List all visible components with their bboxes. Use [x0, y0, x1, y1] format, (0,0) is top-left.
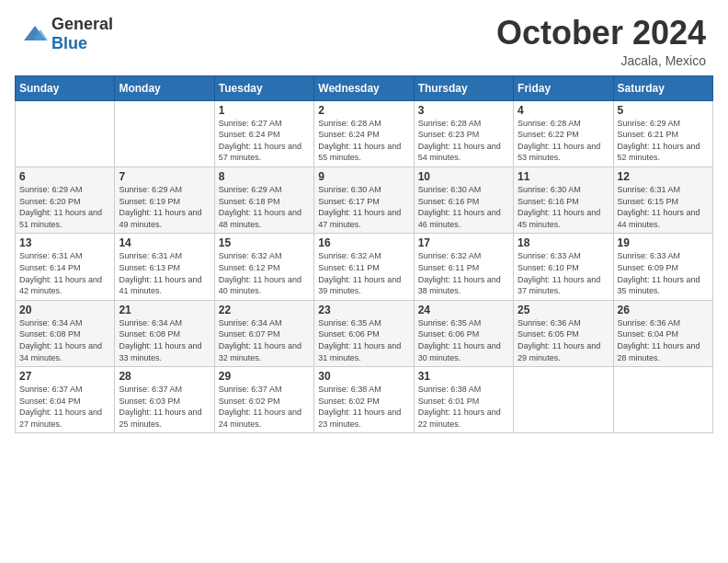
calendar-cell: 22Sunrise: 6:34 AMSunset: 6:07 PMDayligh… — [214, 300, 313, 366]
sunrise-text: Sunrise: 6:30 AM — [418, 184, 509, 196]
day-number: 4 — [518, 104, 609, 117]
sunrise-text: Sunrise: 6:37 AM — [119, 384, 210, 396]
day-number: 12 — [618, 170, 709, 183]
day-number: 22 — [219, 304, 310, 316]
day-info: Sunrise: 6:29 AMSunset: 6:20 PMDaylight:… — [19, 184, 110, 230]
sunrise-text: Sunrise: 6:32 AM — [418, 250, 509, 262]
day-info: Sunrise: 6:32 AMSunset: 6:11 PMDaylight:… — [318, 250, 409, 296]
daylight-text: Daylight: 11 hours and 48 minutes. — [219, 207, 310, 230]
day-info: Sunrise: 6:29 AMSunset: 6:18 PMDaylight:… — [219, 184, 310, 230]
day-info: Sunrise: 6:37 AMSunset: 6:03 PMDaylight:… — [119, 384, 210, 430]
day-info: Sunrise: 6:34 AMSunset: 6:08 PMDaylight:… — [119, 317, 210, 363]
calendar-cell: 13Sunrise: 6:31 AMSunset: 6:14 PMDayligh… — [16, 234, 115, 300]
header: General Blue October 2024 Jacala, Mexico — [0, 0, 728, 75]
sunset-text: Sunset: 6:11 PM — [418, 262, 509, 274]
daylight-text: Daylight: 11 hours and 44 minutes. — [618, 207, 709, 230]
daylight-text: Daylight: 11 hours and 41 minutes. — [119, 274, 210, 297]
sunset-text: Sunset: 6:06 PM — [318, 328, 409, 340]
calendar-cell: 18Sunrise: 6:33 AMSunset: 6:10 PMDayligh… — [514, 234, 613, 300]
daylight-text: Daylight: 11 hours and 35 minutes. — [618, 274, 709, 297]
month-title: October 2024 — [496, 15, 706, 52]
sunset-text: Sunset: 6:18 PM — [219, 196, 310, 208]
sunrise-text: Sunrise: 6:34 AM — [119, 317, 210, 329]
sunrise-text: Sunrise: 6:28 AM — [418, 118, 509, 130]
day-info: Sunrise: 6:28 AMSunset: 6:22 PMDaylight:… — [518, 118, 609, 164]
sunrise-text: Sunrise: 6:35 AM — [418, 317, 509, 329]
weekday-header-wednesday: Wednesday — [314, 75, 414, 100]
week-row-5: 27Sunrise: 6:37 AMSunset: 6:04 PMDayligh… — [16, 367, 713, 433]
calendar-cell: 25Sunrise: 6:36 AMSunset: 6:05 PMDayligh… — [514, 300, 613, 366]
day-info: Sunrise: 6:29 AMSunset: 6:21 PMDaylight:… — [618, 118, 709, 164]
day-number: 30 — [318, 370, 409, 383]
sunrise-text: Sunrise: 6:32 AM — [219, 250, 310, 262]
calendar-cell: 28Sunrise: 6:37 AMSunset: 6:03 PMDayligh… — [115, 367, 214, 433]
calendar-cell: 12Sunrise: 6:31 AMSunset: 6:15 PMDayligh… — [613, 167, 712, 233]
sunrise-text: Sunrise: 6:29 AM — [19, 184, 110, 196]
calendar-body: 1Sunrise: 6:27 AMSunset: 6:24 PMDaylight… — [16, 100, 713, 433]
daylight-text: Daylight: 11 hours and 29 minutes. — [518, 340, 609, 363]
sunset-text: Sunset: 6:02 PM — [318, 396, 409, 408]
daylight-text: Daylight: 11 hours and 52 minutes. — [618, 141, 709, 164]
sunset-text: Sunset: 6:12 PM — [219, 262, 310, 274]
daylight-text: Daylight: 11 hours and 47 minutes. — [318, 207, 409, 230]
weekday-header-thursday: Thursday — [414, 75, 513, 100]
calendar-cell: 10Sunrise: 6:30 AMSunset: 6:16 PMDayligh… — [414, 167, 513, 233]
day-info: Sunrise: 6:37 AMSunset: 6:02 PMDaylight:… — [219, 384, 310, 430]
calendar-cell: 11Sunrise: 6:30 AMSunset: 6:16 PMDayligh… — [514, 167, 613, 233]
sunrise-text: Sunrise: 6:36 AM — [618, 317, 709, 329]
sunset-text: Sunset: 6:21 PM — [618, 129, 709, 141]
day-info: Sunrise: 6:34 AMSunset: 6:08 PMDaylight:… — [19, 317, 110, 363]
day-number: 31 — [418, 370, 509, 383]
weekday-header-sunday: Sunday — [16, 75, 115, 100]
day-number: 19 — [618, 236, 709, 249]
day-info: Sunrise: 6:29 AMSunset: 6:19 PMDaylight:… — [119, 184, 210, 230]
day-number: 6 — [19, 170, 110, 183]
day-info: Sunrise: 6:28 AMSunset: 6:23 PMDaylight:… — [418, 118, 509, 164]
calendar-cell: 15Sunrise: 6:32 AMSunset: 6:12 PMDayligh… — [214, 234, 313, 300]
day-number: 23 — [318, 304, 409, 316]
sunset-text: Sunset: 6:14 PM — [19, 262, 110, 274]
sunset-text: Sunset: 6:11 PM — [318, 262, 409, 274]
weekday-row: SundayMondayTuesdayWednesdayThursdayFrid… — [16, 75, 713, 100]
day-info: Sunrise: 6:32 AMSunset: 6:12 PMDaylight:… — [219, 250, 310, 296]
day-number: 28 — [119, 370, 210, 383]
calendar-cell: 6Sunrise: 6:29 AMSunset: 6:20 PMDaylight… — [16, 167, 115, 233]
daylight-text: Daylight: 11 hours and 38 minutes. — [418, 274, 509, 297]
daylight-text: Daylight: 11 hours and 49 minutes. — [119, 207, 210, 230]
day-number: 18 — [518, 236, 609, 249]
sunset-text: Sunset: 6:10 PM — [518, 262, 609, 274]
sunset-text: Sunset: 6:17 PM — [318, 196, 409, 208]
sunset-text: Sunset: 6:02 PM — [219, 396, 310, 408]
calendar-cell — [514, 367, 613, 433]
day-number: 17 — [418, 236, 509, 249]
day-info: Sunrise: 6:32 AMSunset: 6:11 PMDaylight:… — [418, 250, 509, 296]
title-area: October 2024 Jacala, Mexico — [496, 15, 706, 68]
daylight-text: Daylight: 11 hours and 42 minutes. — [19, 274, 110, 297]
sunrise-text: Sunrise: 6:30 AM — [318, 184, 409, 196]
calendar-cell: 1Sunrise: 6:27 AMSunset: 6:24 PMDaylight… — [214, 100, 313, 167]
logo-blue: Blue — [51, 34, 87, 52]
daylight-text: Daylight: 11 hours and 33 minutes. — [119, 340, 210, 363]
day-info: Sunrise: 6:33 AMSunset: 6:10 PMDaylight:… — [518, 250, 609, 296]
daylight-text: Daylight: 11 hours and 23 minutes. — [318, 407, 409, 430]
calendar-header: SundayMondayTuesdayWednesdayThursdayFrid… — [16, 75, 713, 100]
daylight-text: Daylight: 11 hours and 28 minutes. — [618, 340, 709, 363]
calendar-cell: 5Sunrise: 6:29 AMSunset: 6:21 PMDaylight… — [613, 100, 712, 167]
sunrise-text: Sunrise: 6:32 AM — [318, 250, 409, 262]
day-number: 10 — [418, 170, 509, 183]
day-number: 16 — [318, 236, 409, 249]
sunset-text: Sunset: 6:19 PM — [119, 196, 210, 208]
daylight-text: Daylight: 11 hours and 46 minutes. — [418, 207, 509, 230]
day-number: 20 — [19, 304, 110, 316]
sunrise-text: Sunrise: 6:37 AM — [219, 384, 310, 396]
calendar-cell: 17Sunrise: 6:32 AMSunset: 6:11 PMDayligh… — [414, 234, 513, 300]
day-info: Sunrise: 6:36 AMSunset: 6:05 PMDaylight:… — [518, 317, 609, 363]
sunset-text: Sunset: 6:03 PM — [119, 396, 210, 408]
sunrise-text: Sunrise: 6:36 AM — [518, 317, 609, 329]
calendar-cell — [115, 100, 214, 167]
day-number: 15 — [219, 236, 310, 249]
daylight-text: Daylight: 11 hours and 25 minutes. — [119, 407, 210, 430]
daylight-text: Daylight: 11 hours and 27 minutes. — [19, 407, 110, 430]
daylight-text: Daylight: 11 hours and 31 minutes. — [318, 340, 409, 363]
logo: General Blue — [22, 15, 113, 53]
